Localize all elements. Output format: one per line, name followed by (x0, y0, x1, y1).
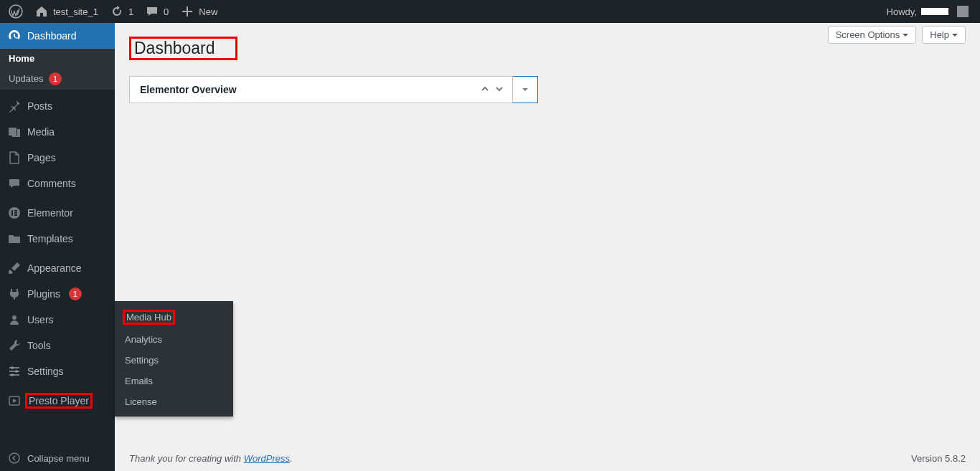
username-redacted (921, 8, 948, 15)
admin-bar-right: Howdy, (881, 0, 974, 23)
refresh-icon (110, 4, 124, 19)
menu-templates-label: Templates (27, 233, 73, 244)
menu-appearance-label: Appearance (27, 262, 82, 274)
plugins-badge: 1 (69, 287, 82, 300)
admin-bar: test_site_1 1 0 New Howdy, (0, 0, 980, 23)
main-content: Screen Options Help Dashboard Elementor … (115, 0, 980, 437)
menu-elementor-label: Elementor (27, 207, 73, 219)
play-icon (7, 394, 22, 408)
user-icon (7, 313, 22, 327)
submenu-updates-label: Updates (9, 73, 43, 84)
menu-presto-player-label: Presto Player (29, 395, 89, 406)
avatar-icon (957, 6, 969, 17)
metabox-title: Elementor Overview (140, 84, 237, 95)
svg-rect-4 (14, 212, 17, 214)
site-name-item[interactable]: test_site_1 (29, 0, 104, 23)
menu-media-label: Media (27, 126, 55, 138)
wordpress-logo-icon (9, 4, 23, 19)
svg-point-9 (11, 374, 14, 376)
flyout-license[interactable]: License (115, 391, 233, 412)
page-icon (7, 151, 22, 165)
menu-elementor[interactable]: Elementor (0, 200, 115, 226)
howdy-label: Howdy, (887, 6, 917, 17)
flyout-emails[interactable]: Emails (115, 371, 233, 391)
menu-settings[interactable]: Settings (0, 358, 115, 384)
flyout-media-hub-highlight: Media Hub (123, 310, 175, 325)
site-name-label: test_site_1 (53, 6, 98, 17)
updates-item[interactable]: 1 (104, 0, 139, 23)
menu-posts[interactable]: Posts (0, 93, 115, 119)
help-label: Help (930, 29, 949, 40)
media-icon (7, 125, 22, 139)
move-up-icon[interactable] (479, 82, 491, 97)
menu-plugins-label: Plugins (27, 288, 60, 300)
menu-pages[interactable]: Pages (0, 145, 115, 171)
menu-tools-label: Tools (27, 340, 51, 351)
wrench-icon (7, 338, 22, 353)
menu-comments-label: Comments (27, 178, 76, 189)
menu-settings-label: Settings (27, 366, 64, 377)
flyout-analytics[interactable]: Analytics (115, 329, 233, 350)
svg-point-7 (11, 366, 14, 369)
top-panel-buttons: Screen Options Help (828, 26, 966, 44)
menu-comments[interactable]: Comments (0, 171, 115, 196)
menu-plugins[interactable]: Plugins 1 (0, 281, 115, 307)
menu-presto-player[interactable]: Presto Player (0, 388, 115, 414)
brush-icon (7, 261, 22, 275)
svg-point-6 (12, 315, 17, 320)
flyout-settings[interactable]: Settings (115, 350, 233, 371)
screen-options-label: Screen Options (836, 29, 900, 40)
updates-badge: 1 (49, 72, 62, 85)
submenu-home[interactable]: Home (0, 49, 115, 68)
menu-presto-player-label-highlight: Presto Player (25, 393, 93, 409)
submenu-dashboard: Home Updates 1 (0, 49, 115, 90)
screen-options-button[interactable]: Screen Options (828, 26, 917, 44)
plus-icon (180, 4, 194, 19)
comments-item[interactable]: 0 (139, 0, 174, 23)
menu-media[interactable]: Media (0, 119, 115, 145)
menu-posts-label: Posts (27, 100, 52, 112)
pin-icon (7, 99, 22, 113)
metabox-elementor-header[interactable]: Elementor Overview (129, 76, 513, 103)
elementor-icon (7, 206, 22, 220)
comments-count-label: 0 (164, 6, 169, 17)
page-title-highlight: Dashboard (129, 37, 237, 60)
comment-icon (145, 4, 159, 19)
chevron-down-icon (903, 34, 908, 39)
menu-templates[interactable]: Templates (0, 226, 115, 252)
menu-tools[interactable]: Tools (0, 333, 115, 358)
comment-icon (7, 176, 22, 191)
admin-bar-left: test_site_1 1 0 New (3, 0, 223, 23)
menu-users[interactable]: Users (0, 307, 115, 333)
plug-icon (7, 287, 22, 301)
chevron-down-icon (522, 88, 528, 94)
admin-sidebar: Dashboard Home Updates 1 Posts Media Pag… (0, 23, 115, 437)
content-wrap: Screen Options Help Dashboard Elementor … (115, 23, 980, 437)
svg-rect-2 (11, 210, 13, 216)
menu-users-label: Users (27, 314, 54, 325)
updates-count-label: 1 (128, 6, 133, 17)
folder-icon (7, 232, 22, 246)
my-account-item[interactable]: Howdy, (881, 0, 974, 23)
help-button[interactable]: Help (922, 26, 966, 44)
new-content-item[interactable]: New (174, 0, 223, 23)
svg-point-8 (15, 370, 18, 373)
page-title-text: Dashboard (134, 39, 215, 57)
wp-logo-menu[interactable] (3, 0, 29, 23)
sliders-icon (7, 364, 22, 379)
menu-appearance[interactable]: Appearance (0, 255, 115, 281)
svg-rect-3 (14, 210, 17, 211)
menu-pages-label: Pages (27, 152, 56, 163)
move-down-icon[interactable] (494, 82, 505, 97)
metabox-toggle-button[interactable] (512, 76, 538, 103)
flyout-presto-player: Media Hub Analytics Settings Emails Lice… (115, 301, 233, 417)
submenu-updates[interactable]: Updates 1 (0, 68, 115, 90)
home-icon (34, 4, 49, 19)
menu-dashboard[interactable]: Dashboard (0, 23, 115, 49)
new-label: New (199, 6, 217, 17)
menu-dashboard-label: Dashboard (27, 30, 77, 42)
chevron-down-icon (952, 34, 958, 39)
flyout-media-hub-label: Media Hub (126, 312, 171, 323)
flyout-media-hub[interactable]: Media Hub (115, 305, 233, 329)
dashboard-icon (7, 29, 22, 43)
